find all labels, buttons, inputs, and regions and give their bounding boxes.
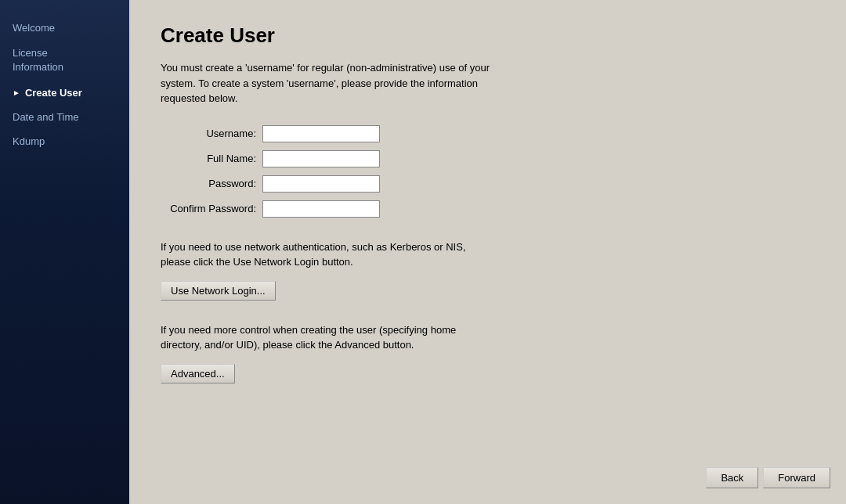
fullname-row: Full Name:: [161, 150, 815, 167]
sidebar-item-label: Welcome: [13, 22, 55, 34]
fullname-label: Full Name:: [161, 153, 262, 164]
sidebar-item-create-user[interactable]: ► Create User: [0, 81, 129, 105]
sidebar-item-label: Create User: [25, 87, 82, 99]
sidebar: Welcome LicenseInformation ► Create User…: [0, 0, 129, 504]
username-input[interactable]: [262, 125, 380, 142]
bottom-navigation: Back Forward: [706, 467, 830, 488]
username-row: Username:: [161, 125, 815, 142]
password-row: Password:: [161, 175, 815, 193]
confirm-password-input[interactable]: [262, 200, 380, 218]
password-label: Password:: [161, 178, 262, 189]
page-title: Create User: [161, 23, 815, 48]
confirm-password-label: Confirm Password:: [161, 203, 262, 214]
username-label: Username:: [161, 128, 262, 139]
sidebar-item-kdump[interactable]: Kdump: [0, 129, 129, 153]
arrow-icon: ►: [13, 88, 20, 97]
password-input[interactable]: [262, 175, 380, 193]
use-network-login-button[interactable]: Use Network Login...: [161, 281, 276, 301]
description-text: You must create a 'username' for regular…: [161, 60, 505, 106]
user-form: Username: Full Name: Password: Confirm P…: [161, 125, 815, 218]
sidebar-item-welcome[interactable]: Welcome: [0, 16, 129, 40]
sidebar-item-label: Kdump: [13, 135, 45, 147]
advanced-button[interactable]: Advanced...: [161, 364, 235, 383]
sidebar-item-label: LicenseInformation: [13, 46, 63, 74]
sidebar-item-license-information[interactable]: LicenseInformation: [0, 40, 129, 81]
advanced-description: If you need more control when creating t…: [161, 322, 482, 353]
fullname-input[interactable]: [262, 150, 380, 167]
forward-button[interactable]: Forward: [763, 467, 830, 488]
network-auth-description: If you need to use network authenticatio…: [161, 239, 482, 270]
confirm-password-row: Confirm Password:: [161, 200, 815, 218]
main-content: Create User You must create a 'username'…: [129, 0, 846, 504]
sidebar-item-date-and-time[interactable]: Date and Time: [0, 105, 129, 129]
sidebar-item-label: Date and Time: [13, 111, 79, 123]
back-button[interactable]: Back: [706, 467, 758, 488]
